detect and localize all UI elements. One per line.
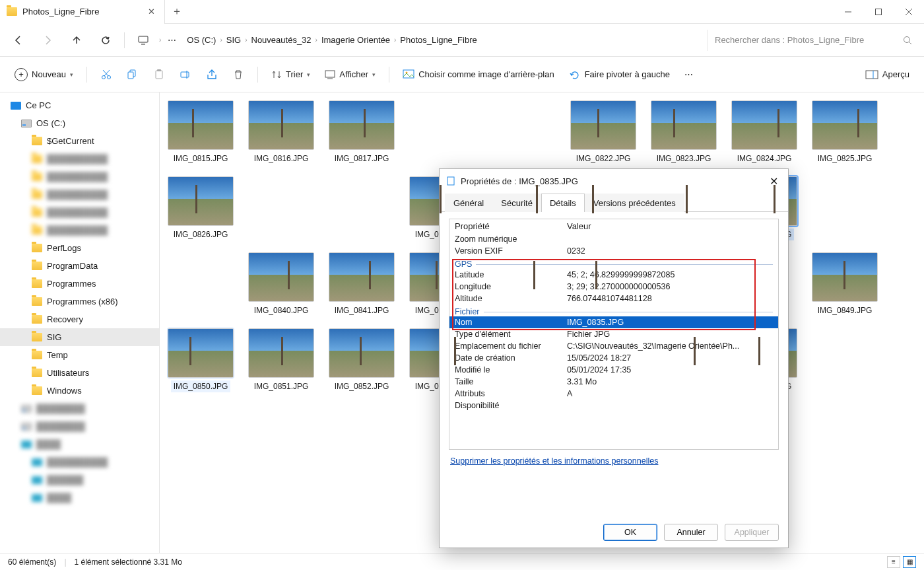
detail-row[interactable]: Altitude766.074481074481128 <box>449 293 778 304</box>
file-thumbnail[interactable]: IMG_0823.JPG <box>651 100 717 164</box>
delete-button[interactable] <box>227 63 249 87</box>
tree-drive[interactable]: OS (C:) <box>0 114 159 132</box>
file-thumbnail[interactable]: IMG_0824.JPG <box>731 100 797 164</box>
breadcrumb-segment[interactable]: Nouveautés_32 <box>248 28 315 52</box>
sidebar-folder[interactable]: $GetCurrent <box>0 132 159 150</box>
more-button[interactable]: ⋯ <box>679 63 698 87</box>
detail-row[interactable]: NomIMG_0835.JPG <box>449 316 778 328</box>
sidebar-folder[interactable]: Utilisateurs <box>0 364 159 382</box>
dialog-titlebar[interactable]: Propriétés de : IMG_0835.JPG ✕ <box>440 169 788 193</box>
back-button[interactable] <box>5 28 32 52</box>
sidebar-folder[interactable]: Windows <box>0 382 159 400</box>
remove-properties-link[interactable]: Supprimer les propriétés et les informat… <box>449 450 659 472</box>
pc-icon <box>11 102 21 110</box>
detail-row[interactable]: Disponibilité <box>449 400 778 411</box>
cut-button[interactable] <box>95 63 117 87</box>
sidebar-folder[interactable]: ██████████ <box>0 150 159 168</box>
share-button[interactable] <box>201 63 223 87</box>
paste-button[interactable] <box>148 63 170 87</box>
dialog-tab[interactable]: Détails <box>541 194 585 212</box>
sidebar-folder[interactable]: ██████████ <box>0 186 159 203</box>
detail-row[interactable]: Latitude45; 2; 46.8299999999872085 <box>449 269 778 281</box>
file-thumbnail[interactable]: IMG_0816.JPG <box>248 100 314 164</box>
dialog-tab[interactable]: Général <box>445 194 492 212</box>
up-button[interactable] <box>63 28 90 52</box>
pc-icon[interactable] <box>130 28 156 52</box>
breadcrumb-segment[interactable]: Imagerie Orientée <box>317 28 394 52</box>
maximize-button[interactable] <box>863 0 894 24</box>
apply-button[interactable]: Appliquer <box>725 524 779 541</box>
sidebar-folder[interactable]: PerfLogs <box>0 239 159 257</box>
breadcrumb-segment[interactable]: OS (C:) <box>183 28 220 52</box>
svg-rect-24 <box>447 177 454 185</box>
separator <box>124 32 125 48</box>
svg-rect-1 <box>876 9 882 15</box>
sidebar-folder[interactable]: Programmes (x86) <box>0 293 159 310</box>
sidebar-folder[interactable]: ██████████ <box>0 221 159 239</box>
copy-button[interactable] <box>121 63 144 87</box>
file-thumbnail[interactable]: IMG_0852.JPG <box>329 328 395 392</box>
file-section: Fichier <box>449 304 778 316</box>
file-thumbnail[interactable]: IMG_0850.JPG <box>168 328 234 392</box>
view-button[interactable]: Afficher▾ <box>319 63 381 87</box>
breadcrumb-segment[interactable]: SIG <box>222 28 245 52</box>
cancel-button[interactable]: Annuler <box>664 524 718 541</box>
search-box[interactable]: Rechercher dans : Photos_Ligne_Fibre <box>708 30 919 51</box>
detail-row[interactable]: Type d'élémentFichier JPG <box>449 328 778 340</box>
new-tab-button[interactable]: ＋ <box>165 5 189 18</box>
minimize-button[interactable] <box>833 0 863 24</box>
file-thumbnail[interactable]: IMG_0817.JPG <box>329 100 395 164</box>
sidebar-folder[interactable]: Recovery <box>0 310 159 328</box>
file-thumbnail[interactable]: IMG_0822.JPG <box>570 100 636 164</box>
toolbar: + Nouveau ▾ Trier▾ Afficher▾ Choisir com… <box>0 57 924 92</box>
dialog-tab[interactable]: Sécurité <box>492 194 541 212</box>
detail-row[interactable]: Modifié le05/01/2024 17:35 <box>449 364 778 376</box>
file-thumbnail[interactable]: IMG_0826.JPG <box>168 176 234 240</box>
sidebar-folder[interactable]: Temp <box>0 346 159 364</box>
file-thumbnail[interactable]: IMG_0825.JPG <box>812 100 878 164</box>
rotate-button[interactable]: Faire pivoter à gauche <box>564 63 675 87</box>
file-thumbnail[interactable]: IMG_0841.JPG <box>329 252 395 316</box>
detail-row[interactable]: Emplacement du fichierC:\SIG\Nouveautés_… <box>449 340 778 352</box>
sidebar-folder[interactable]: ProgramData <box>0 257 159 275</box>
details-view-button[interactable]: ≡ <box>887 556 900 568</box>
window-tab[interactable]: Photos_Ligne_Fibre ✕ <box>0 0 165 24</box>
detail-row[interactable]: Zoom numérique <box>449 233 778 245</box>
sidebar-folder[interactable]: ██████████ <box>0 168 159 186</box>
detail-row[interactable]: Date de création15/05/2024 18:27 <box>449 352 778 364</box>
forward-button[interactable] <box>34 28 61 52</box>
folder-icon <box>32 351 42 359</box>
detail-row[interactable]: Taille3.31 Mo <box>449 376 778 388</box>
file-thumbnail[interactable]: IMG_0840.JPG <box>248 252 314 316</box>
file-thumbnail[interactable]: IMG_0815.JPG <box>168 100 234 164</box>
sort-button[interactable]: Trier▾ <box>266 63 315 87</box>
rename-button[interactable] <box>174 63 197 87</box>
file-name: IMG_0849.JPG <box>815 304 875 316</box>
file-name: IMG_0852.JPG <box>332 380 392 392</box>
file-thumbnail[interactable]: IMG_0851.JPG <box>248 328 314 392</box>
breadcrumb-segment[interactable]: Photos_Ligne_Fibre <box>396 28 480 52</box>
refresh-button[interactable] <box>92 28 119 52</box>
close-tab-icon[interactable]: ✕ <box>146 7 156 17</box>
chevron-down-icon: ▾ <box>70 71 73 78</box>
new-button[interactable]: + Nouveau ▾ <box>9 63 79 87</box>
sidebar-folder[interactable]: SIG <box>0 328 159 346</box>
ok-button[interactable]: OK <box>603 524 657 541</box>
details-list[interactable]: PropriétéValeur Zoom numériqueVersion EX… <box>449 219 779 450</box>
preview-button[interactable]: Aperçu <box>860 63 915 87</box>
dialog-tab[interactable]: Versions précédentes <box>585 194 684 212</box>
breadcrumb-overflow[interactable]: ⋯ <box>164 28 180 52</box>
close-window-button[interactable] <box>894 0 924 24</box>
detail-row[interactable]: Version EXIF0232 <box>449 245 778 257</box>
statusbar: 60 élément(s) | 1 élément sélectionné 3.… <box>0 553 924 570</box>
svg-point-9 <box>108 75 111 79</box>
file-thumbnail[interactable]: IMG_0849.JPG <box>812 252 878 316</box>
wallpaper-button[interactable]: Choisir comme image d'arrière-plan <box>397 63 560 87</box>
detail-row[interactable]: Longitude3; 29; 32.270000000000536 <box>449 281 778 293</box>
detail-row[interactable]: AttributsA <box>449 388 778 400</box>
sidebar-folder[interactable]: Programmes <box>0 275 159 293</box>
thumbnails-view-button[interactable]: ▦ <box>903 556 916 568</box>
tree-root[interactable]: Ce PC <box>0 96 159 114</box>
sidebar-folder[interactable]: ██████████ <box>0 203 159 221</box>
folder-icon <box>32 297 42 306</box>
